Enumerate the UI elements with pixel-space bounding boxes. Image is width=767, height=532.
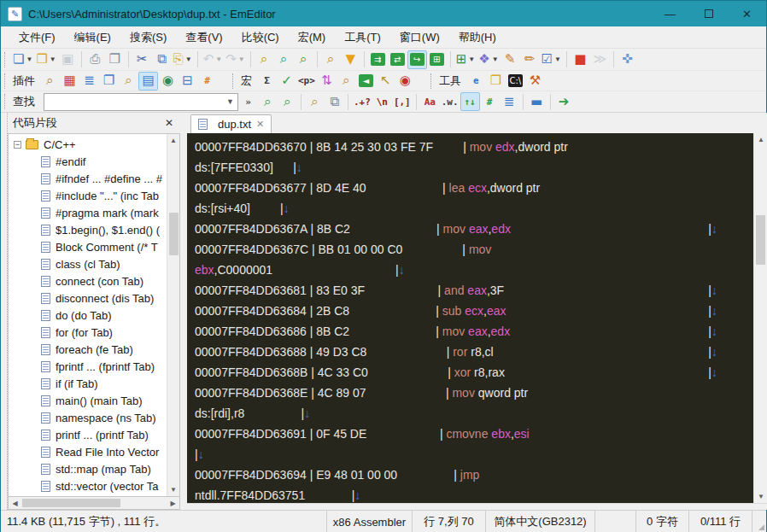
validate-macro-button[interactable]: ✓ <box>277 72 296 91</box>
cut-button[interactable]: ✂ <box>132 50 152 69</box>
menu-item-6[interactable]: 工具(T) <box>335 27 390 48</box>
menu-item-8[interactable]: 帮助(H) <box>449 27 506 48</box>
snippet-item-5[interactable]: Block Comment (/* T <box>9 238 167 255</box>
snippet-item-18[interactable]: std::map (map Tab) <box>9 460 167 477</box>
select-tool-macro-button[interactable]: ↖ <box>376 72 395 91</box>
toolbar-grip[interactable] <box>4 52 7 67</box>
snippets-horizontal-scrollbar[interactable]: ◀ ▶ <box>8 497 180 510</box>
snippet-item-19[interactable]: std::vector (vector Ta <box>9 477 167 494</box>
updown-search-button[interactable]: ↑↓ <box>460 92 480 111</box>
find-in-files-button[interactable]: ⌕ <box>321 50 341 69</box>
number-plugin-button[interactable]: # <box>197 72 217 91</box>
find-next-quick-button[interactable]: ⌕ <box>278 92 297 111</box>
char-class-button[interactable]: [,] <box>392 92 413 111</box>
panel-splitter[interactable] <box>180 113 187 510</box>
wrap-by-characters-button[interactable]: ⇄ <box>388 50 407 69</box>
editor-scroll-thumb[interactable] <box>756 215 765 265</box>
go-next-button[interactable]: ➔ <box>554 92 574 111</box>
whole-word-button[interactable]: .w. <box>440 92 460 111</box>
undo-button[interactable]: ↶▼ <box>202 50 225 69</box>
redo-button[interactable]: ↷▼ <box>224 50 247 69</box>
menu-item-5[interactable]: 宏(M) <box>289 27 336 48</box>
plugins-toolbar-grip[interactable] <box>4 73 7 89</box>
web-preview-plugin-button[interactable]: ◉ <box>158 72 178 91</box>
run-button[interactable]: ≫ <box>590 50 610 69</box>
snippet-item-14[interactable]: main() (main Tab) <box>9 392 167 409</box>
screen-option-button[interactable]: ▬ <box>527 92 547 111</box>
menu-item-4[interactable]: 比较(C) <box>232 27 289 48</box>
scroll-up-icon[interactable]: ▲ <box>167 134 179 147</box>
tools-toolbar-grip[interactable] <box>430 73 433 89</box>
scroll-left-icon[interactable]: ◀ <box>9 497 21 509</box>
html-bar-plugin-button[interactable]: ▦ <box>60 72 79 91</box>
dropdown-arrow-icon[interactable]: ▼ <box>185 56 192 63</box>
play-macro-button[interactable]: ✏ <box>520 50 540 69</box>
panel-drag-grip[interactable] <box>1 113 8 510</box>
dropdown-arrow-icon[interactable]: ▼ <box>50 56 56 63</box>
regex-button[interactable]: .+? <box>352 92 372 111</box>
snippet-item-4[interactable]: $1.begin(), $1.end() ( <box>9 221 167 238</box>
snippet-item-11[interactable]: foreach (fe Tab) <box>9 341 167 358</box>
pin-button[interactable]: ✜ <box>618 50 637 69</box>
menu-item-2[interactable]: 搜索(S) <box>120 27 176 48</box>
editor-text-area[interactable]: 00007FF84DD63670 | 8B 14 25 30 03 FE 7F … <box>187 133 753 503</box>
paste-button[interactable]: ⎘▼ <box>172 50 194 69</box>
resize-grip[interactable]: ◢ <box>752 511 766 532</box>
snippet-item-9[interactable]: do (do Tab) <box>9 307 167 324</box>
stop-doc-macro-button[interactable]: ◉ <box>395 72 415 91</box>
number-search-button[interactable]: # <box>480 92 500 111</box>
snippet-item-16[interactable]: printf ... (printf Tab) <box>9 426 167 443</box>
list-matches-button[interactable]: ≣ <box>500 92 519 111</box>
copy-button[interactable]: ⧉ <box>152 50 172 69</box>
snippet-item-17[interactable]: Read File Into Vector <box>9 443 167 460</box>
find-next-button[interactable]: ⌕ <box>274 50 294 69</box>
snippet-item-10[interactable]: for (for Tab) <box>9 324 167 341</box>
dropdown-arrow-icon[interactable]: ▼ <box>554 56 561 63</box>
snippets-plugin-button[interactable]: ▤ <box>138 72 158 91</box>
close-button[interactable]: ✕ <box>728 1 766 26</box>
status-encoding[interactable]: 简体中文(GB2312) <box>486 511 595 532</box>
sort-macro-button[interactable]: ⇅ <box>317 72 337 91</box>
panel-close-icon[interactable]: ✕ <box>161 115 177 131</box>
snippet-item-12[interactable]: fprintf ... (fprintf Tab) <box>9 358 167 375</box>
match-case-button[interactable]: Aa <box>420 92 440 111</box>
dropdown-arrow-icon[interactable]: ▼ <box>26 56 32 63</box>
wrap-by-window-button[interactable]: ↪ <box>407 50 427 69</box>
command-prompt-tool-button[interactable]: C:\ <box>506 72 525 91</box>
escape-seq-button[interactable]: \n <box>372 92 392 111</box>
tab-dup-txt[interactable]: dup.txt ✕ <box>190 114 272 133</box>
menu-item-1[interactable]: 编辑(E) <box>65 27 120 48</box>
scroll-up-icon[interactable]: ▲ <box>754 133 767 146</box>
status-empty[interactable] <box>595 511 636 532</box>
dropdown-arrow-icon[interactable]: ▼ <box>492 56 499 63</box>
macro-list-button[interactable]: ☑▼ <box>540 50 563 69</box>
search-plugin-button[interactable]: ⌕ <box>119 72 138 91</box>
find-all-button[interactable]: ⌕ <box>305 92 325 111</box>
sum-macro-button[interactable]: Σ <box>257 72 277 91</box>
snippet-item-7[interactable]: connect (con Tab) <box>9 272 167 289</box>
scroll-down-icon[interactable]: ▼ <box>754 490 767 503</box>
editor-horizontal-scrollbar[interactable] <box>187 503 767 510</box>
snippet-item-0[interactable]: #endif <box>9 153 167 170</box>
word-count-plugin-button[interactable]: ⊟ <box>178 72 197 91</box>
maximize-button[interactable] <box>689 1 728 26</box>
open-folder-tool-button[interactable]: ❒ <box>486 72 506 91</box>
record-macro-button[interactable]: ✎ <box>501 50 520 69</box>
save-button[interactable]: ▣ <box>58 50 78 69</box>
find-folder-macro-button[interactable]: ⌕ <box>337 72 356 91</box>
copy-results-button[interactable]: ⧉ <box>325 92 344 111</box>
snippet-item-3[interactable]: #pragma mark (mark <box>9 204 167 221</box>
new-file-button[interactable]: ❏▼ <box>11 50 34 69</box>
snippet-item-8[interactable]: disconnect (dis Tab) <box>9 289 167 307</box>
markup-macro-button[interactable]: <p> <box>296 72 317 91</box>
tree-root-c-cpp[interactable]: −C/C++ <box>9 136 167 153</box>
outline-plugin-button[interactable]: ≣ <box>79 72 99 91</box>
findbar-grip[interactable] <box>4 94 7 109</box>
find-previous-button[interactable]: ⌕ <box>294 50 313 69</box>
snippet-item-15[interactable]: namespace (ns Tab) <box>9 409 167 426</box>
status-cursor-position[interactable]: 行 7,列 70 <box>413 511 486 532</box>
filter-button[interactable]: ▼ <box>341 50 360 69</box>
explorer-plugin-button[interactable]: ⌕ <box>40 72 60 91</box>
minimize-button[interactable]: — <box>651 1 689 26</box>
macro-toolbar-grip[interactable] <box>232 73 235 89</box>
